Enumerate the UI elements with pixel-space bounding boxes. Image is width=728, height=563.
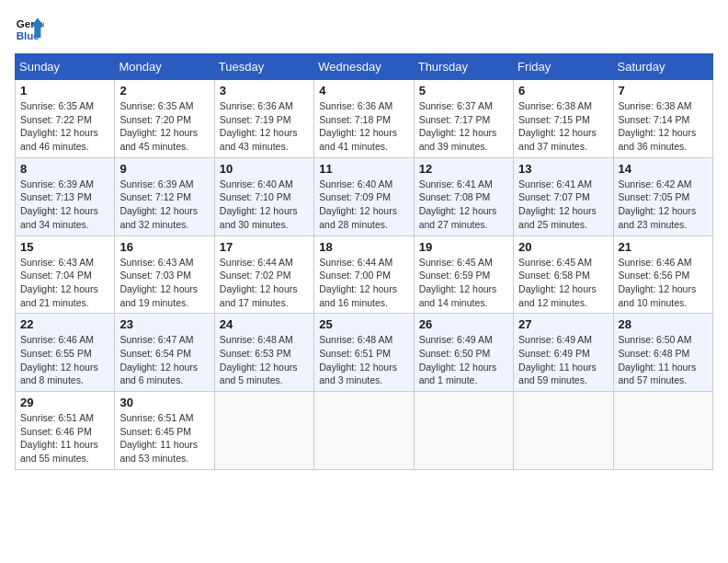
calendar-cell: 13Sunrise: 6:41 AM Sunset: 7:07 PM Dayli… [514, 157, 613, 236]
day-number: 17 [220, 240, 309, 254]
calendar-cell: 22Sunrise: 6:46 AM Sunset: 6:55 PM Dayli… [16, 314, 115, 392]
calendar-cell: 26Sunrise: 6:49 AM Sunset: 6:50 PM Dayli… [414, 314, 513, 392]
calendar-cell: 11Sunrise: 6:40 AM Sunset: 7:09 PM Dayli… [314, 157, 414, 236]
day-info: Sunrise: 6:49 AM Sunset: 6:50 PM Dayligh… [419, 333, 508, 387]
calendar-cell: 4Sunrise: 6:36 AM Sunset: 7:18 PM Daylig… [314, 80, 414, 158]
day-info: Sunrise: 6:39 AM Sunset: 7:12 PM Dayligh… [119, 178, 209, 232]
day-info: Sunrise: 6:38 AM Sunset: 7:14 PM Dayligh… [619, 99, 708, 154]
day-info: Sunrise: 6:36 AM Sunset: 7:18 PM Dayligh… [319, 99, 408, 154]
day-number: 10 [220, 162, 309, 176]
weekday-header-row: SundayMondayTuesdayWednesdayThursdayFrid… [16, 54, 713, 80]
day-number: 20 [518, 240, 608, 254]
calendar-cell: 21Sunrise: 6:46 AM Sunset: 6:56 PM Dayli… [613, 236, 712, 314]
weekday-header-monday: Monday [115, 54, 214, 80]
day-info: Sunrise: 6:44 AM Sunset: 7:00 PM Dayligh… [319, 256, 408, 310]
calendar-cell: 6Sunrise: 6:38 AM Sunset: 7:15 PM Daylig… [514, 80, 613, 158]
weekday-header-tuesday: Tuesday [214, 54, 313, 80]
calendar-cell [314, 392, 414, 470]
day-number: 14 [619, 162, 708, 176]
calendar-cell: 5Sunrise: 6:37 AM Sunset: 7:17 PM Daylig… [414, 80, 513, 158]
calendar-cell: 8Sunrise: 6:39 AM Sunset: 7:13 PM Daylig… [16, 157, 115, 236]
day-number: 12 [419, 162, 508, 176]
day-number: 28 [619, 317, 708, 331]
day-info: Sunrise: 6:41 AM Sunset: 7:07 PM Dayligh… [518, 178, 608, 232]
calendar-cell: 14Sunrise: 6:42 AM Sunset: 7:05 PM Dayli… [613, 157, 712, 236]
day-number: 16 [119, 240, 209, 254]
calendar-cell: 12Sunrise: 6:41 AM Sunset: 7:08 PM Dayli… [414, 157, 513, 236]
day-info: Sunrise: 6:37 AM Sunset: 7:17 PM Dayligh… [419, 99, 508, 154]
calendar-cell: 1Sunrise: 6:35 AM Sunset: 7:22 PM Daylig… [16, 80, 115, 158]
calendar-cell: 17Sunrise: 6:44 AM Sunset: 7:02 PM Dayli… [214, 236, 313, 314]
day-info: Sunrise: 6:39 AM Sunset: 7:13 PM Dayligh… [20, 178, 109, 232]
day-info: Sunrise: 6:49 AM Sunset: 6:49 PM Dayligh… [518, 333, 608, 387]
week-row-5: 29Sunrise: 6:51 AM Sunset: 6:46 PM Dayli… [16, 392, 713, 470]
calendar-cell: 25Sunrise: 6:48 AM Sunset: 6:51 PM Dayli… [314, 314, 414, 392]
day-number: 27 [518, 317, 608, 331]
day-info: Sunrise: 6:42 AM Sunset: 7:05 PM Dayligh… [619, 178, 708, 232]
week-row-1: 1Sunrise: 6:35 AM Sunset: 7:22 PM Daylig… [16, 80, 713, 158]
day-info: Sunrise: 6:35 AM Sunset: 7:22 PM Dayligh… [20, 99, 109, 154]
day-info: Sunrise: 6:38 AM Sunset: 7:15 PM Dayligh… [518, 99, 608, 154]
day-info: Sunrise: 6:51 AM Sunset: 6:45 PM Dayligh… [119, 411, 209, 465]
day-number: 22 [20, 317, 109, 331]
day-info: Sunrise: 6:50 AM Sunset: 6:48 PM Dayligh… [619, 333, 708, 387]
weekday-header-sunday: Sunday [16, 54, 115, 80]
day-number: 29 [20, 396, 109, 409]
calendar-cell: 9Sunrise: 6:39 AM Sunset: 7:12 PM Daylig… [115, 157, 214, 236]
day-info: Sunrise: 6:48 AM Sunset: 6:51 PM Dayligh… [319, 333, 408, 387]
calendar-cell: 19Sunrise: 6:45 AM Sunset: 6:59 PM Dayli… [414, 236, 513, 314]
calendar-cell: 23Sunrise: 6:47 AM Sunset: 6:54 PM Dayli… [115, 314, 214, 392]
calendar-cell [214, 392, 313, 470]
day-number: 3 [220, 84, 309, 98]
calendar-cell: 18Sunrise: 6:44 AM Sunset: 7:00 PM Dayli… [314, 236, 414, 314]
day-number: 13 [518, 162, 608, 176]
calendar-cell: 15Sunrise: 6:43 AM Sunset: 7:04 PM Dayli… [16, 236, 115, 314]
day-number: 18 [319, 240, 408, 254]
day-info: Sunrise: 6:40 AM Sunset: 7:10 PM Dayligh… [220, 178, 309, 232]
day-info: Sunrise: 6:40 AM Sunset: 7:09 PM Dayligh… [319, 178, 408, 232]
calendar-cell [514, 392, 613, 470]
day-number: 21 [619, 240, 708, 254]
weekday-header-wednesday: Wednesday [314, 54, 414, 80]
day-number: 2 [119, 84, 209, 98]
day-info: Sunrise: 6:35 AM Sunset: 7:20 PM Dayligh… [119, 99, 209, 154]
day-number: 30 [119, 396, 209, 409]
week-row-2: 8Sunrise: 6:39 AM Sunset: 7:13 PM Daylig… [16, 157, 713, 236]
day-number: 6 [518, 84, 608, 98]
week-row-3: 15Sunrise: 6:43 AM Sunset: 7:04 PM Dayli… [16, 236, 713, 314]
calendar-cell: 27Sunrise: 6:49 AM Sunset: 6:49 PM Dayli… [514, 314, 613, 392]
calendar-cell: 7Sunrise: 6:38 AM Sunset: 7:14 PM Daylig… [613, 80, 712, 158]
logo-icon: General Blue [15, 15, 44, 44]
calendar-cell: 24Sunrise: 6:48 AM Sunset: 6:53 PM Dayli… [214, 314, 313, 392]
page-header: General Blue [15, 15, 713, 44]
calendar-cell: 2Sunrise: 6:35 AM Sunset: 7:20 PM Daylig… [115, 80, 214, 158]
calendar-cell: 30Sunrise: 6:51 AM Sunset: 6:45 PM Dayli… [115, 392, 214, 470]
day-number: 1 [20, 84, 109, 98]
day-number: 9 [119, 162, 209, 176]
day-number: 11 [319, 162, 408, 176]
day-number: 19 [419, 240, 508, 254]
day-number: 25 [319, 317, 408, 331]
day-number: 26 [419, 317, 508, 331]
day-info: Sunrise: 6:47 AM Sunset: 6:54 PM Dayligh… [119, 333, 209, 387]
logo: General Blue [15, 15, 48, 44]
day-number: 7 [619, 84, 708, 98]
calendar-cell: 10Sunrise: 6:40 AM Sunset: 7:10 PM Dayli… [214, 157, 313, 236]
calendar-cell: 29Sunrise: 6:51 AM Sunset: 6:46 PM Dayli… [16, 392, 115, 470]
weekday-header-saturday: Saturday [613, 54, 712, 80]
calendar-cell: 16Sunrise: 6:43 AM Sunset: 7:03 PM Dayli… [115, 236, 214, 314]
day-info: Sunrise: 6:51 AM Sunset: 6:46 PM Dayligh… [20, 411, 109, 465]
day-info: Sunrise: 6:45 AM Sunset: 6:58 PM Dayligh… [518, 256, 608, 310]
day-info: Sunrise: 6:41 AM Sunset: 7:08 PM Dayligh… [419, 178, 508, 232]
day-info: Sunrise: 6:44 AM Sunset: 7:02 PM Dayligh… [220, 256, 309, 310]
day-number: 4 [319, 84, 408, 98]
day-info: Sunrise: 6:36 AM Sunset: 7:19 PM Dayligh… [220, 99, 309, 154]
calendar-cell [613, 392, 712, 470]
calendar-cell: 28Sunrise: 6:50 AM Sunset: 6:48 PM Dayli… [613, 314, 712, 392]
weekday-header-thursday: Thursday [414, 54, 513, 80]
day-info: Sunrise: 6:43 AM Sunset: 7:03 PM Dayligh… [119, 256, 209, 310]
calendar-cell: 3Sunrise: 6:36 AM Sunset: 7:19 PM Daylig… [214, 80, 313, 158]
day-number: 24 [220, 317, 309, 331]
day-info: Sunrise: 6:46 AM Sunset: 6:56 PM Dayligh… [619, 256, 708, 310]
calendar-table: SundayMondayTuesdayWednesdayThursdayFrid… [15, 53, 713, 470]
